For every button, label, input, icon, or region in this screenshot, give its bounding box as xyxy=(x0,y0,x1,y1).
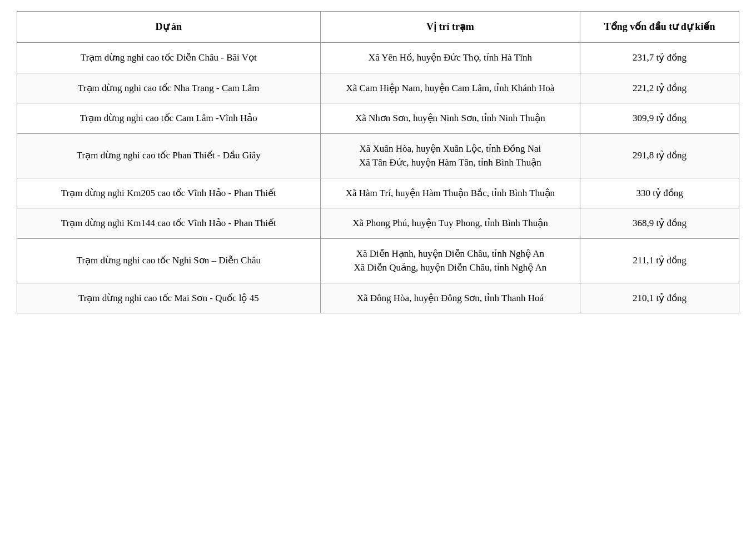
table-row: Trạm dừng nghi cao tốc Nghi Sơn – Diễn C… xyxy=(17,238,739,283)
cell-project: Trạm dừng nghi cao tốc Diễn Châu - Bãi V… xyxy=(17,43,321,73)
header-row: Dự án Vị trí trạm Tổng vốn đầu tư dự kiế… xyxy=(17,12,739,43)
cell-location: Xã Cam Hiệp Nam, huyện Cam Lâm, tỉnh Khá… xyxy=(320,73,580,103)
cell-location: Xã Nhơn Sơn, huyện Ninh Sơn, tỉnh Ninh T… xyxy=(320,103,580,134)
cell-project: Trạm dừng nghi cao tốc Phan Thiết - Dầu … xyxy=(17,133,321,178)
cell-investment: 291,8 tỷ đồng xyxy=(580,133,739,178)
cell-location: Xã Xuân Hòa, huyện Xuân Lộc, tỉnh Đồng N… xyxy=(320,133,580,178)
table-row: Trạm dừng nghi cao tốc Cam Lâm -Vĩnh Hảo… xyxy=(17,103,739,134)
cell-investment: 211,1 tỷ đồng xyxy=(580,238,739,283)
table-row: Trạm dừng nghi Km144 cao tốc Vĩnh Hảo - … xyxy=(17,208,739,239)
cell-project: Trạm dừng nghi cao tốc Cam Lâm -Vĩnh Hảo xyxy=(17,103,321,134)
table-row: Trạm dừng nghi cao tốc Diễn Châu - Bãi V… xyxy=(17,43,739,73)
table-row: Trạm dừng nghi Km205 cao tốc Vĩnh Hảo - … xyxy=(17,178,739,208)
cell-location: Xã Đông Hòa, huyện Đông Sơn, tỉnh Thanh … xyxy=(320,283,580,313)
cell-project: Trạm dừng nghi cao tốc Nha Trang - Cam L… xyxy=(17,73,321,103)
cell-location: Xã Phong Phú, huyện Tuy Phong, tỉnh Bình… xyxy=(320,208,580,239)
cell-project: Trạm dừng nghi cao tốc Nghi Sơn – Diễn C… xyxy=(17,238,321,283)
cell-investment: 368,9 tỷ đồng xyxy=(580,208,739,239)
data-table: Dự án Vị trí trạm Tổng vốn đầu tư dự kiế… xyxy=(17,11,739,313)
header-location: Vị trí trạm xyxy=(320,12,580,43)
cell-project: Trạm dừng nghi Km205 cao tốc Vĩnh Hảo - … xyxy=(17,178,321,208)
cell-investment: 309,9 tỷ đồng xyxy=(580,103,739,134)
cell-location: Xã Hàm Trí, huyện Hàm Thuận Bắc, tỉnh Bì… xyxy=(320,178,580,208)
header-project: Dự án xyxy=(17,12,321,43)
cell-project: Trạm dừng nghi cao tốc Mai Sơn - Quốc lộ… xyxy=(17,283,321,313)
cell-location: Xã Diễn Hạnh, huyện Diễn Châu, tỉnh Nghệ… xyxy=(320,238,580,283)
main-container: Dự án Vị trí trạm Tổng vốn đầu tư dự kiế… xyxy=(17,11,739,313)
cell-location: Xã Yên Hồ, huyện Đức Thọ, tỉnh Hà Tĩnh xyxy=(320,43,580,73)
table-row: Trạm dừng nghi cao tốc Phan Thiết - Dầu … xyxy=(17,133,739,178)
table-row: Trạm dừng nghi cao tốc Mai Sơn - Quốc lộ… xyxy=(17,283,739,313)
cell-investment: 231,7 tỷ đồng xyxy=(580,43,739,73)
table-row: Trạm dừng nghi cao tốc Nha Trang - Cam L… xyxy=(17,73,739,103)
cell-project: Trạm dừng nghi Km144 cao tốc Vĩnh Hảo - … xyxy=(17,208,321,239)
cell-investment: 221,2 tỷ đồng xyxy=(580,73,739,103)
header-investment: Tổng vốn đầu tư dự kiến xyxy=(580,12,739,43)
cell-investment: 210,1 tỷ đồng xyxy=(580,283,739,313)
cell-investment: 330 tỷ đồng xyxy=(580,178,739,208)
